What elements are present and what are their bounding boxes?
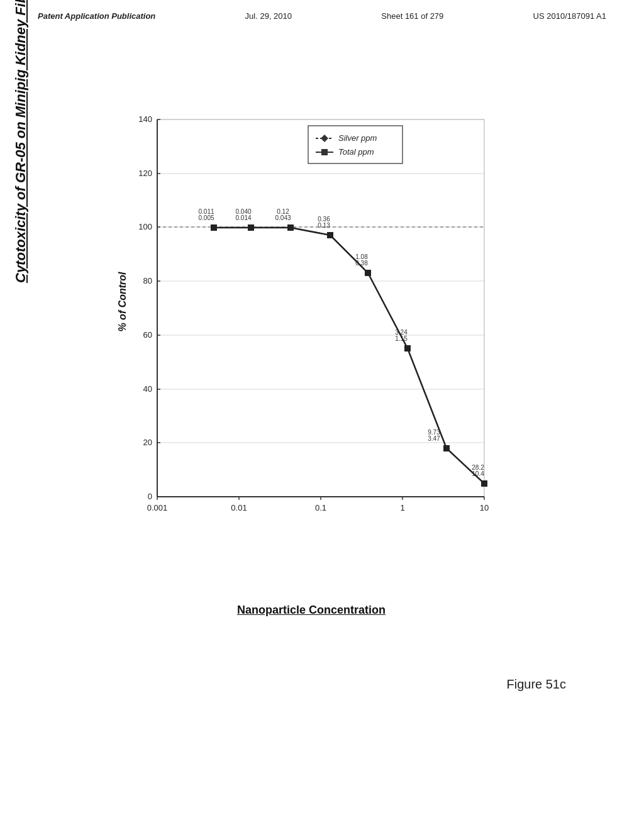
svg-rect-44 <box>404 345 411 351</box>
svg-rect-43 <box>365 270 371 276</box>
svg-text:40: 40 <box>143 384 152 394</box>
svg-rect-40 <box>248 224 254 231</box>
svg-text:0.36: 0.36 <box>318 216 330 223</box>
svg-rect-45 <box>443 445 450 451</box>
svg-rect-46 <box>481 480 487 487</box>
svg-text:140: 140 <box>138 114 152 124</box>
page-header: Patent Application Publication Jul. 29, … <box>0 0 644 21</box>
header-sheet: Sheet 161 of 279 <box>381 11 443 21</box>
svg-text:80: 80 <box>143 276 152 285</box>
svg-text:3.47: 3.47 <box>428 435 440 442</box>
svg-text:1.15: 1.15 <box>395 335 408 342</box>
header-date: Jul. 29, 2010 <box>245 11 292 21</box>
chart-svg: 0 20 40 60 80 100 120 140 <box>107 107 516 578</box>
svg-rect-39 <box>211 224 217 231</box>
svg-text:0.001: 0.001 <box>147 503 168 512</box>
chart-area: Cytotoxicity of GR-05 on Minipig Kidney … <box>31 82 585 742</box>
svg-rect-68 <box>321 149 328 155</box>
svg-text:% of Control: % of Control <box>117 272 128 332</box>
svg-text:Total ppm: Total ppm <box>338 147 374 157</box>
svg-text:0: 0 <box>148 492 152 501</box>
svg-text:0.13: 0.13 <box>318 222 330 229</box>
svg-text:0.040: 0.040 <box>235 208 251 215</box>
svg-text:0.005: 0.005 <box>198 214 214 221</box>
svg-rect-63 <box>308 126 402 163</box>
svg-rect-42 <box>327 232 333 238</box>
svg-text:10: 10 <box>480 503 489 512</box>
svg-text:0.12: 0.12 <box>277 208 289 215</box>
svg-text:0.01: 0.01 <box>231 503 247 512</box>
svg-text:0.1: 0.1 <box>315 503 326 512</box>
svg-text:60: 60 <box>143 330 152 340</box>
svg-text:28.2: 28.2 <box>472 464 484 471</box>
svg-text:0.011: 0.011 <box>198 208 214 215</box>
svg-text:0.043: 0.043 <box>275 214 291 221</box>
header-publication-label: Patent Application Publication <box>38 11 155 21</box>
svg-text:10.4: 10.4 <box>472 470 484 477</box>
svg-rect-41 <box>287 224 294 231</box>
svg-text:3.24: 3.24 <box>395 329 408 336</box>
chart-container: 0 20 40 60 80 100 120 140 <box>107 107 516 578</box>
svg-text:0.38: 0.38 <box>355 260 368 267</box>
page: Patent Application Publication Jul. 29, … <box>0 0 644 830</box>
svg-text:100: 100 <box>138 222 152 231</box>
svg-text:9.73: 9.73 <box>428 429 440 436</box>
header-patent: US 2010/187091 A1 <box>533 11 606 21</box>
svg-text:1.08: 1.08 <box>355 253 368 260</box>
chart-title: Cytotoxicity of GR-05 on Minipig Kidney … <box>13 0 29 283</box>
svg-text:0.014: 0.014 <box>235 214 251 221</box>
figure-label: Figure 51c <box>507 677 567 692</box>
svg-text:1: 1 <box>400 503 404 512</box>
svg-text:20: 20 <box>143 438 152 447</box>
svg-text:120: 120 <box>138 169 152 178</box>
x-axis-title: Nanoparticle Concentration <box>107 604 516 617</box>
svg-text:Silver ppm: Silver ppm <box>338 133 377 143</box>
